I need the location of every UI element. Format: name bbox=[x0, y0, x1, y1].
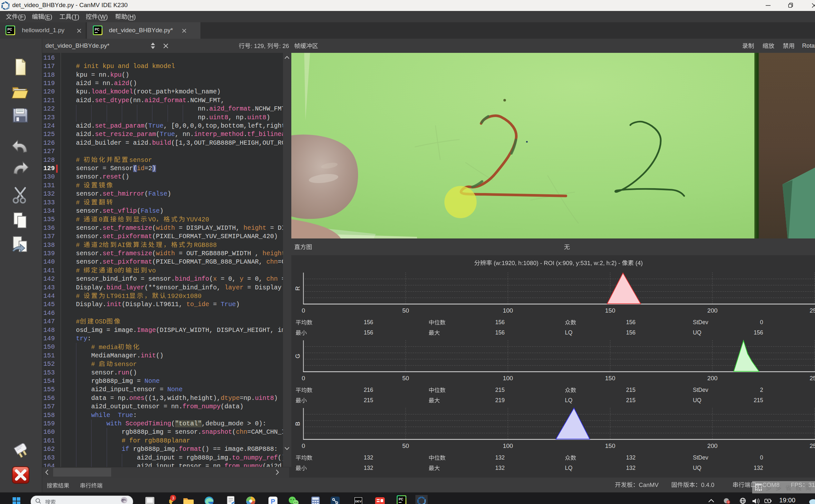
svg-text:250: 250 bbox=[810, 307, 815, 314]
svg-text:PC: PC bbox=[399, 497, 403, 501]
svg-text:100: 100 bbox=[503, 375, 513, 382]
svg-text:P: P bbox=[271, 498, 275, 504]
svg-text:150: 150 bbox=[605, 307, 616, 314]
svg-text:250: 250 bbox=[810, 375, 815, 382]
svg-text:DEV: DEV bbox=[355, 499, 362, 503]
svg-text:R: R bbox=[294, 286, 301, 291]
svg-text:G: G bbox=[294, 354, 301, 358]
svg-text:PC: PC bbox=[95, 27, 100, 31]
svg-text:250: 250 bbox=[810, 442, 815, 449]
svg-text:0: 0 bbox=[302, 307, 305, 314]
svg-text:B: B bbox=[294, 422, 301, 426]
svg-text:150: 150 bbox=[605, 442, 616, 449]
svg-text:3: 3 bbox=[172, 496, 174, 500]
svg-text:PC: PC bbox=[7, 27, 12, 31]
svg-text:200: 200 bbox=[707, 307, 718, 314]
svg-text:50: 50 bbox=[402, 375, 409, 382]
svg-text:50: 50 bbox=[402, 442, 409, 449]
svg-text:200: 200 bbox=[707, 375, 718, 382]
svg-text:0: 0 bbox=[302, 442, 305, 449]
svg-text:200: 200 bbox=[707, 442, 718, 449]
svg-text:100: 100 bbox=[503, 307, 513, 314]
svg-text:0: 0 bbox=[302, 375, 305, 382]
svg-text:100: 100 bbox=[503, 442, 513, 449]
svg-text:50: 50 bbox=[402, 307, 409, 314]
svg-text:150: 150 bbox=[605, 375, 616, 382]
